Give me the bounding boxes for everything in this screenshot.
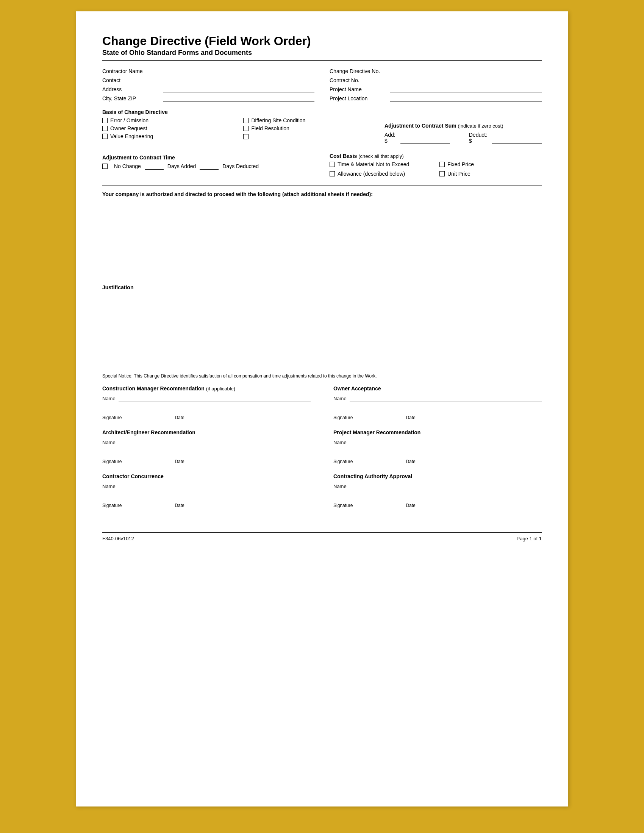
checkbox-row-value: Value Engineering xyxy=(102,133,228,139)
add-field[interactable] xyxy=(401,137,450,144)
form-number: F340-06v1012 xyxy=(102,536,134,542)
cm-date-line[interactable] xyxy=(193,407,231,414)
checkbox-unit-price[interactable] xyxy=(440,171,445,177)
days-added-label: Days Added xyxy=(167,163,196,169)
checkbox-error-label: Error / Omission xyxy=(110,117,148,124)
architect-engineer-title: Architect/Engineer Recommendation xyxy=(102,429,311,436)
cc-signature-line[interactable] xyxy=(102,495,186,502)
cc-date-line[interactable] xyxy=(193,495,231,502)
checkbox-row-time-material: Time & Material Not to Exceed xyxy=(330,161,432,167)
checkbox-row-differing: Differing Site Condition xyxy=(243,117,369,124)
checkbox-allowance[interactable] xyxy=(330,171,335,177)
justification-area xyxy=(102,294,542,359)
ca-signature-label: Signature xyxy=(333,503,353,508)
pm-date-line[interactable] xyxy=(424,451,462,458)
deduct-field[interactable] xyxy=(492,137,542,144)
owner-acceptance-title: Owner Acceptance xyxy=(333,386,542,391)
contract-no-field[interactable] xyxy=(390,77,542,83)
checkbox-row-field: Field Resolution xyxy=(243,125,369,131)
cm-signature-line[interactable] xyxy=(102,407,186,414)
contractor-name-field[interactable] xyxy=(163,68,314,74)
checkbox-field[interactable] xyxy=(243,126,248,131)
pm-name-field[interactable] xyxy=(349,439,542,445)
ca-signature-line[interactable] xyxy=(333,495,417,502)
ae-name-field[interactable] xyxy=(119,439,311,445)
checkbox-no-change[interactable] xyxy=(102,164,108,169)
contracting-authority-block: Contracting Authority Approval Name Sign… xyxy=(333,473,542,508)
ca-name-label: Name xyxy=(333,484,347,489)
cc-date-label: Date xyxy=(175,503,184,508)
city-state-zip-field[interactable] xyxy=(163,95,314,101)
checkbox-row-error: Error / Omission xyxy=(102,117,228,124)
basis-section-title: Basis of Change Directive xyxy=(102,109,542,115)
checkbox-row-owner: Owner Request xyxy=(102,125,228,131)
oa-name-field[interactable] xyxy=(349,394,542,401)
checkbox-fixed-price[interactable] xyxy=(440,162,445,167)
project-name-label: Project Name xyxy=(330,86,390,92)
cc-name-label: Name xyxy=(102,484,116,489)
construction-manager-block: Construction Manager Recommendation (if … xyxy=(102,386,311,420)
no-change-label: No Change xyxy=(114,163,141,169)
page-label: Page 1 of 1 xyxy=(517,536,542,542)
owner-acceptance-block: Owner Acceptance Name Signature Date xyxy=(333,386,542,420)
address-field[interactable] xyxy=(163,85,314,92)
fixed-price-label: Fixed Price xyxy=(448,161,474,167)
pm-name-label: Name xyxy=(333,440,347,445)
allowance-label: Allowance (described below) xyxy=(338,171,405,177)
cc-name-field[interactable] xyxy=(119,482,311,489)
ae-signature-line[interactable] xyxy=(102,451,186,458)
justification-label: Justification xyxy=(102,285,542,290)
page-title: Change Directive (Field Work Order) xyxy=(102,34,542,48)
adj-sum-title: Adjustment to Contract Sum (indicate if … xyxy=(385,123,542,129)
ae-signature-label: Signature xyxy=(102,459,122,464)
checkbox-differing-label: Differing Site Condition xyxy=(251,117,305,124)
ca-date-line[interactable] xyxy=(424,495,462,502)
change-directive-no-field[interactable] xyxy=(390,68,542,74)
other-basis-field[interactable] xyxy=(251,133,319,140)
page: Change Directive (Field Work Order) Stat… xyxy=(76,11,568,807)
ca-name-field[interactable] xyxy=(349,482,542,489)
checkbox-row-other xyxy=(243,133,369,140)
change-directive-no-label: Change Directive No. xyxy=(330,68,390,74)
checkbox-other[interactable] xyxy=(243,134,248,139)
special-notice: Special Notice: This Change Directive id… xyxy=(102,370,542,379)
contract-time-title: Adjustment to Contract Time xyxy=(102,154,314,161)
checkbox-differing[interactable] xyxy=(243,118,248,123)
construction-manager-title: Construction Manager Recommendation (if … xyxy=(102,386,311,391)
pm-signature-line[interactable] xyxy=(333,451,417,458)
ae-name-label: Name xyxy=(102,440,116,445)
contracting-authority-title: Contracting Authority Approval xyxy=(333,473,542,479)
ae-date-line[interactable] xyxy=(193,451,231,458)
pm-date-label: Date xyxy=(406,459,415,464)
cm-name-field[interactable] xyxy=(119,394,311,401)
checkbox-row-unit-price: Unit Price xyxy=(440,171,542,177)
oa-date-label: Date xyxy=(406,415,415,420)
project-manager-block: Project Manager Recommendation Name Sign… xyxy=(333,429,542,464)
contract-no-label: Contract No. xyxy=(330,77,390,83)
contact-label: Contact xyxy=(102,77,163,83)
cm-signature-label: Signature xyxy=(102,415,122,420)
checkbox-owner[interactable] xyxy=(102,126,108,131)
days-deducted-field[interactable] xyxy=(200,163,219,170)
checkbox-time-material[interactable] xyxy=(330,162,335,167)
city-state-zip-label: City, State ZIP xyxy=(102,95,163,101)
checkbox-value[interactable] xyxy=(102,133,108,139)
oa-signature-line[interactable] xyxy=(333,407,417,414)
project-location-field[interactable] xyxy=(390,95,542,101)
project-manager-title: Project Manager Recommendation xyxy=(333,429,542,436)
cm-name-label: Name xyxy=(102,396,116,401)
checkbox-owner-label: Owner Request xyxy=(110,125,147,131)
contractor-name-label: Contractor Name xyxy=(102,68,163,74)
days-added-field[interactable] xyxy=(145,163,164,170)
contractor-concurrence-block: Contractor Concurrence Name Signature Da… xyxy=(102,473,311,508)
checkbox-row-fixed-price: Fixed Price xyxy=(440,161,542,167)
oa-date-line[interactable] xyxy=(424,407,462,414)
add-label: Add: $ xyxy=(385,132,399,144)
oa-signature-label: Signature xyxy=(333,415,353,420)
cm-date-label: Date xyxy=(175,415,184,420)
contact-field[interactable] xyxy=(163,77,314,83)
pm-signature-label: Signature xyxy=(333,459,353,464)
address-label: Address xyxy=(102,86,163,92)
project-name-field[interactable] xyxy=(390,85,542,92)
checkbox-error[interactable] xyxy=(102,118,108,123)
